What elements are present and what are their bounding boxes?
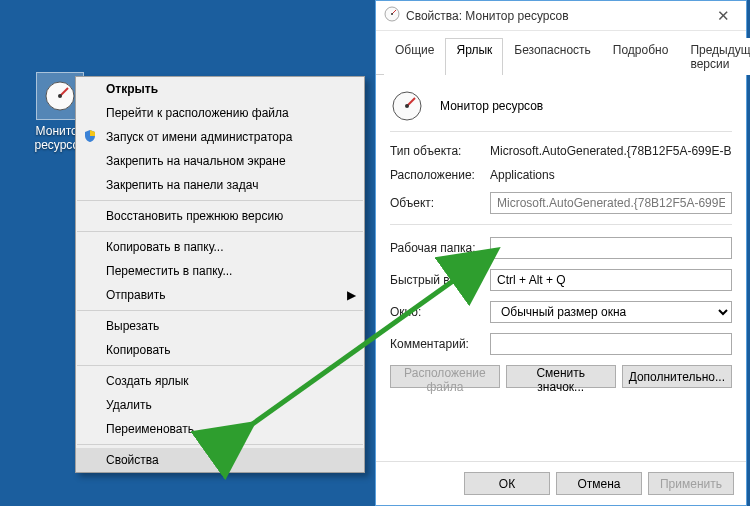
hotkey-field[interactable]: [490, 269, 732, 291]
tab-details[interactable]: Подробно: [602, 38, 680, 75]
menu-separator: [77, 444, 363, 445]
chevron-right-icon: ▶: [347, 288, 356, 302]
menu-open-location[interactable]: Перейти к расположению файла: [76, 101, 364, 125]
menu-cut[interactable]: Вырезать: [76, 314, 364, 338]
divider: [390, 224, 732, 225]
target-type-value: Microsoft.AutoGenerated.{78B12F5A-699E-B…: [490, 144, 732, 158]
run-window-select[interactable]: Обычный размер окна: [490, 301, 732, 323]
tab-shortcut[interactable]: Ярлык: [445, 38, 503, 75]
menu-separator: [77, 200, 363, 201]
menu-separator: [77, 310, 363, 311]
menu-separator: [77, 365, 363, 366]
menu-run-as-admin[interactable]: Запуск от имени администратора: [76, 125, 364, 149]
svg-point-1: [58, 94, 62, 98]
ok-button[interactable]: ОК: [464, 472, 550, 495]
menu-send-to[interactable]: Отправить▶: [76, 283, 364, 307]
divider: [390, 131, 732, 132]
close-icon: ✕: [717, 7, 730, 25]
close-button[interactable]: ✕: [701, 1, 746, 30]
menu-copy[interactable]: Копировать: [76, 338, 364, 362]
working-dir-field[interactable]: [490, 237, 732, 259]
run-window-label: Окно:: [390, 305, 490, 319]
tab-security[interactable]: Безопасность: [503, 38, 602, 75]
dialog-footer: ОК Отмена Применить: [376, 461, 746, 505]
hotkey-label: Быстрый вызов:: [390, 273, 490, 287]
open-file-location-button: Расположение файла: [390, 365, 500, 388]
context-menu: Открыть Перейти к расположению файла Зап…: [75, 76, 365, 473]
menu-pin-taskbar[interactable]: Закрепить на панели задач: [76, 173, 364, 197]
window-title: Свойства: Монитор ресурсов: [406, 9, 569, 23]
apply-button: Применить: [648, 472, 734, 495]
tab-previous-versions[interactable]: Предыдущие версии: [679, 38, 750, 75]
svg-point-5: [405, 104, 409, 108]
tab-strip: Общие Ярлык Безопасность Подробно Предыд…: [376, 31, 746, 75]
menu-restore-previous[interactable]: Восстановить прежнюю версию: [76, 204, 364, 228]
resource-monitor-icon: [384, 6, 400, 25]
target-location-label: Расположение:: [390, 168, 490, 182]
svg-point-3: [391, 13, 393, 15]
shield-icon: [83, 129, 97, 146]
target-type-label: Тип объекта:: [390, 144, 490, 158]
menu-pin-start[interactable]: Закрепить на начальном экране: [76, 149, 364, 173]
menu-delete[interactable]: Удалить: [76, 393, 364, 417]
titlebar[interactable]: Свойства: Монитор ресурсов ✕: [376, 1, 746, 31]
target-label: Объект:: [390, 196, 490, 210]
resource-monitor-icon: [390, 89, 424, 123]
properties-dialog: Свойства: Монитор ресурсов ✕ Общие Ярлык…: [375, 0, 747, 506]
menu-move-to[interactable]: Переместить в папку...: [76, 259, 364, 283]
cancel-button[interactable]: Отмена: [556, 472, 642, 495]
comment-field[interactable]: [490, 333, 732, 355]
comment-label: Комментарий:: [390, 337, 490, 351]
target-location-value: Applications: [490, 168, 732, 182]
target-field[interactable]: [490, 192, 732, 214]
menu-copy-to[interactable]: Копировать в папку...: [76, 235, 364, 259]
menu-open[interactable]: Открыть: [76, 77, 364, 101]
change-icon-button[interactable]: Сменить значок...: [506, 365, 616, 388]
shortcut-name-field[interactable]: [436, 95, 732, 117]
tab-general[interactable]: Общие: [384, 38, 445, 75]
working-dir-label: Рабочая папка:: [390, 241, 490, 255]
dialog-body: Тип объекта:Microsoft.AutoGenerated.{78B…: [376, 75, 746, 461]
menu-create-shortcut[interactable]: Создать ярлык: [76, 369, 364, 393]
menu-properties[interactable]: Свойства: [76, 448, 364, 472]
advanced-button[interactable]: Дополнительно...: [622, 365, 732, 388]
menu-rename[interactable]: Переименовать: [76, 417, 364, 441]
menu-separator: [77, 231, 363, 232]
